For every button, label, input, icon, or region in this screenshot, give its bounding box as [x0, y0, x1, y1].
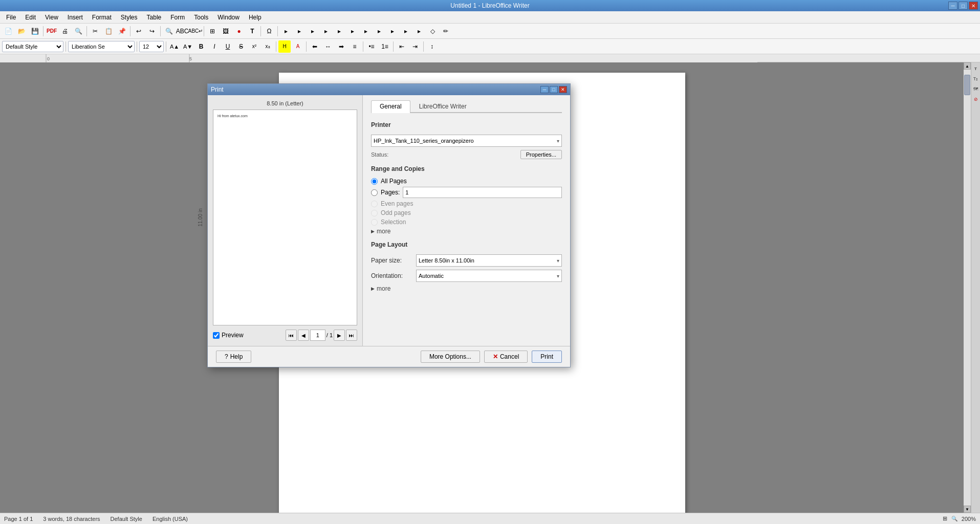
menu-edit[interactable]: Edit [21, 13, 40, 22]
sidebar-styles-icon[interactable]: T [972, 64, 980, 73]
more-options-button[interactable]: More Options... [421, 351, 480, 363]
menu-format[interactable]: Format [88, 13, 116, 22]
indent-less-button[interactable]: ⇤ [396, 40, 408, 53]
bullets-button[interactable]: •≡ [365, 40, 378, 53]
new-button[interactable]: 📄 [2, 25, 14, 37]
find-button[interactable]: 🔍 [163, 25, 175, 37]
paper-size-dropdown[interactable]: Letter 8.50in x 11.00in ▾ [416, 254, 562, 267]
menu-view[interactable]: View [41, 13, 62, 22]
menu-window[interactable]: Window [213, 13, 244, 22]
menu-form[interactable]: Form [166, 13, 189, 22]
scroll-up-button[interactable]: ▲ [964, 62, 971, 70]
pages-radio[interactable] [371, 189, 378, 196]
save-button[interactable]: 💾 [29, 25, 41, 37]
more-btn-11[interactable]: ▸ [413, 25, 425, 37]
page-number-input[interactable] [310, 330, 325, 341]
first-page-button[interactable]: ⏮ [286, 330, 297, 341]
highlight-color-button[interactable]: H [278, 40, 291, 53]
orientation-dropdown[interactable]: Automatic ▾ [416, 270, 562, 282]
selection-radio[interactable] [371, 219, 378, 226]
preview-button[interactable]: 🔍 [72, 25, 84, 37]
menu-table[interactable]: Table [143, 13, 166, 22]
more-btn-7[interactable]: ▸ [360, 25, 372, 37]
more-btn-1[interactable]: ▸ [280, 25, 292, 37]
underline-button[interactable]: U [222, 40, 234, 53]
sidebar-navigator-icon[interactable]: 🗺 [972, 85, 980, 93]
drawing-button[interactable]: ✏ [440, 25, 452, 37]
more-btn-6[interactable]: ▸ [346, 25, 359, 37]
odd-pages-radio[interactable] [371, 210, 378, 216]
scroll-down-button[interactable]: ▼ [964, 506, 971, 513]
justify-button[interactable]: ≡ [349, 40, 361, 53]
help-button[interactable]: ? Help [216, 351, 251, 363]
zoom-icon[interactable]: 🔍 [951, 516, 957, 521]
decrease-font-button[interactable]: A▼ [182, 40, 194, 53]
close-button[interactable]: ✕ [969, 2, 978, 10]
subscript-button[interactable]: x₂ [262, 40, 274, 53]
printer-dropdown[interactable]: HP_Ink_Tank_110_series_orangepizero ▾ [371, 135, 562, 147]
maximize-button[interactable]: □ [959, 2, 968, 10]
menu-file[interactable]: File [2, 13, 20, 22]
indent-more-button[interactable]: ⇥ [409, 40, 421, 53]
dialog-close-button[interactable]: ✕ [559, 86, 567, 93]
dialog-minimize-button[interactable]: ─ [540, 86, 549, 93]
shapes-button[interactable]: ◇ [426, 25, 439, 37]
superscript-button[interactable]: x² [248, 40, 260, 53]
align-right-button[interactable]: ➡ [335, 40, 347, 53]
all-pages-radio[interactable] [371, 178, 378, 185]
pages-input[interactable] [403, 187, 562, 198]
textbox-button[interactable]: T [246, 25, 258, 37]
font-color-button[interactable]: A [292, 40, 304, 53]
preview-checkbox-label[interactable]: Preview [213, 332, 244, 339]
autocorrect-button[interactable]: ABC↵ [189, 25, 202, 37]
menu-styles[interactable]: Styles [117, 13, 142, 22]
numbering-button[interactable]: 1≡ [379, 40, 391, 53]
chart-button[interactable]: ● [233, 25, 245, 37]
paste-button[interactable]: 📌 [116, 25, 128, 37]
next-page-button[interactable]: ▶ [334, 330, 345, 341]
print-button[interactable]: Print [532, 351, 562, 363]
properties-button[interactable]: Properties... [520, 150, 562, 159]
bold-button[interactable]: B [195, 40, 207, 53]
last-page-button[interactable]: ⏭ [346, 330, 357, 341]
table-button[interactable]: ⊞ [206, 25, 219, 37]
sidebar-functions-icon[interactable]: ⊘ [972, 95, 980, 103]
special-char-button[interactable]: Ω [263, 25, 275, 37]
range-more-row[interactable]: ▶ more [371, 228, 562, 235]
scroll-thumb[interactable] [964, 75, 970, 95]
more-btn-3[interactable]: ▸ [307, 25, 319, 37]
sidebar-properties-icon[interactable]: T₂ [972, 75, 980, 83]
increase-font-button[interactable]: A▲ [168, 40, 181, 53]
menu-insert[interactable]: Insert [63, 13, 87, 22]
font-size-select[interactable]: 12 [139, 41, 164, 52]
align-left-button[interactable]: ⬅ [309, 40, 321, 53]
export-pdf-button[interactable]: PDF [46, 25, 58, 37]
strikethrough-button[interactable]: S [235, 40, 247, 53]
font-name-select[interactable]: Liberation Se [68, 41, 135, 52]
prev-page-button[interactable]: ◀ [298, 330, 309, 341]
copy-button[interactable]: 📋 [102, 25, 115, 37]
view-layout-icon[interactable]: ⊞ [943, 515, 947, 522]
tab-general[interactable]: General [371, 100, 410, 113]
even-pages-radio[interactable] [371, 201, 378, 207]
cut-button[interactable]: ✂ [89, 25, 101, 37]
open-button[interactable]: 📂 [15, 25, 28, 37]
preview-checkbox[interactable] [213, 332, 220, 339]
dialog-maximize-button[interactable]: □ [550, 86, 558, 93]
insert-image-button[interactable]: 🖼 [220, 25, 232, 37]
italic-button[interactable]: I [208, 40, 221, 53]
minimize-button[interactable]: ─ [948, 2, 957, 10]
more-btn-9[interactable]: ▸ [386, 25, 399, 37]
more-btn-5[interactable]: ▸ [333, 25, 345, 37]
menu-help[interactable]: Help [245, 13, 266, 22]
menu-tools[interactable]: Tools [190, 13, 212, 22]
more-btn-10[interactable]: ▸ [400, 25, 412, 37]
paragraph-spacing-button[interactable]: ↕ [426, 40, 438, 53]
paragraph-style-select[interactable]: Default Style [2, 41, 63, 52]
tab-writer[interactable]: LibreOffice Writer [410, 100, 475, 112]
more-btn-8[interactable]: ▸ [373, 25, 385, 37]
redo-button[interactable]: ↪ [146, 25, 158, 37]
layout-more-row[interactable]: ▶ more [371, 285, 562, 292]
scroll-track[interactable] [964, 70, 971, 506]
print-file-button[interactable]: 🖨 [59, 25, 71, 37]
